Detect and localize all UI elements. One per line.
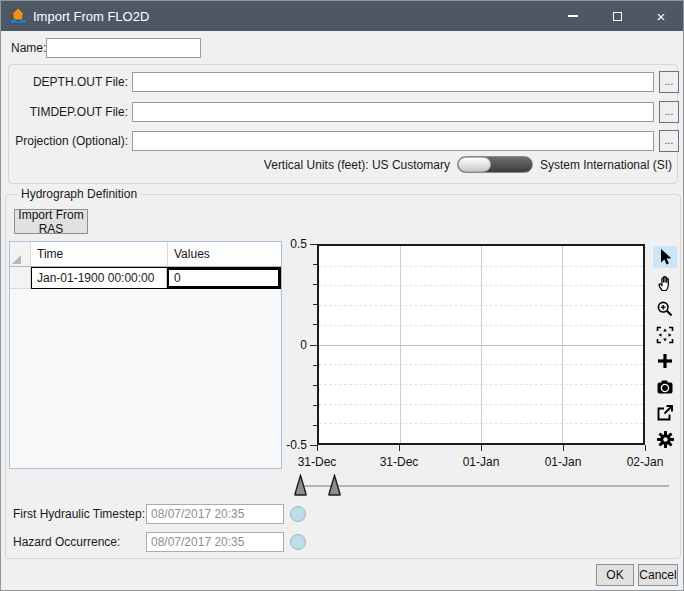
hazard-occurrence-input[interactable] [146, 532, 284, 552]
y-axis-tick [310, 345, 317, 346]
x-axis-tick [481, 445, 482, 451]
select-all-icon [12, 255, 21, 264]
export-tool-button[interactable] [653, 402, 677, 424]
snapshot-tool-button[interactable] [653, 376, 677, 398]
pan-hand-icon [656, 274, 674, 292]
y-axis-label: 0.5 [277, 237, 307, 251]
y-axis-tick [313, 264, 317, 265]
x-axis-tick [399, 445, 400, 451]
x-axis-label: 01-Jan [463, 455, 500, 469]
vertical-units-row: Vertical Units (feet): US Customary Syst… [264, 156, 672, 173]
projection-label: Projection (Optional): [8, 131, 128, 151]
app-icon [9, 7, 27, 25]
units-right-option: System International (SI) [540, 158, 672, 172]
vertical-units-label: Vertical Units (feet): US Customary [264, 158, 450, 172]
projection-browse-button[interactable]: ... [659, 130, 679, 152]
maximize-icon [613, 12, 622, 21]
units-left-option: US Customary [372, 158, 450, 172]
y-axis-tick [313, 405, 317, 406]
hazard-picker-button[interactable] [290, 534, 306, 550]
first-hydraulic-timestep-input[interactable] [146, 504, 284, 524]
window-title: Import From FLO2D [33, 9, 149, 24]
row-header[interactable] [10, 267, 31, 289]
titlebar[interactable]: Import From FLO2D × [1, 1, 683, 31]
slider-handle-right[interactable] [327, 474, 342, 496]
table-row[interactable]: Jan-01-1900 00:00:00 0 [10, 267, 281, 289]
first-timestep-picker-button[interactable] [290, 506, 306, 522]
timdep-file-input[interactable] [132, 102, 654, 122]
minimize-icon [568, 15, 578, 17]
y-axis-tick [313, 304, 317, 305]
first-hydraulic-timestep-label: First Hydraulic Timestep: [13, 504, 145, 524]
gear-icon [656, 430, 675, 449]
x-axis-label: 31-Dec [380, 455, 419, 469]
slider-handle-left[interactable] [293, 474, 308, 496]
y-axis-tick [313, 365, 317, 366]
y-axis-tick [313, 324, 317, 325]
depth-browse-button[interactable]: ... [659, 71, 679, 93]
name-label: Name: [11, 38, 46, 58]
y-axis-label: 0 [277, 338, 307, 352]
v-gridline [481, 246, 482, 443]
ok-button[interactable]: OK [596, 564, 634, 586]
x-axis-tick [645, 445, 646, 451]
maximize-button[interactable] [595, 1, 639, 31]
cursor-icon [656, 248, 674, 266]
hydrograph-chart[interactable] [317, 244, 645, 445]
import-from-ras-button[interactable]: Import From RAS [14, 209, 88, 234]
hydrograph-group-label: Hydrograph Definition [17, 188, 141, 200]
select-all-cell[interactable] [10, 242, 31, 266]
hydrograph-table[interactable]: Time Values Jan-01-1900 00:00:00 0 [9, 241, 282, 469]
column-header-time[interactable]: Time [31, 242, 168, 266]
zoom-in-icon [656, 300, 674, 318]
timdep-file-label: TIMDEP.OUT File: [8, 102, 128, 122]
x-axis-tick [563, 445, 564, 451]
camera-icon [656, 378, 674, 396]
depth-file-input[interactable] [132, 72, 654, 92]
hazard-occurrence-label: Hazard Occurrence: [13, 532, 120, 552]
timdep-browse-button[interactable]: ... [659, 101, 679, 123]
y-axis-tick [310, 244, 317, 245]
y-axis-tick [313, 385, 317, 386]
column-header-values[interactable]: Values [168, 242, 281, 266]
import-from-flo2d-dialog: Import From FLO2D × Name: DEPTH.OUT File… [0, 0, 684, 591]
v-gridline [400, 246, 401, 443]
x-axis-tick [317, 445, 318, 451]
cursor-tool-button[interactable] [653, 246, 677, 268]
plus-icon [656, 352, 674, 370]
minimize-button[interactable] [551, 1, 595, 31]
settings-tool-button[interactable] [653, 428, 677, 450]
table-header: Time Values [10, 242, 281, 267]
add-point-tool-button[interactable] [653, 350, 677, 372]
time-slider-track[interactable] [298, 485, 669, 487]
y-axis-tick [313, 284, 317, 285]
fit-extents-tool-button[interactable] [653, 324, 677, 346]
values-cell[interactable]: 0 [167, 268, 280, 288]
y-axis-tick [310, 445, 317, 446]
y-axis-label: -0.5 [277, 438, 307, 452]
time-cell[interactable]: Jan-01-1900 00:00:00 [32, 268, 167, 288]
projection-input[interactable] [132, 131, 654, 151]
name-input[interactable] [46, 38, 201, 58]
v-gridline [562, 246, 563, 443]
units-toggle[interactable] [457, 156, 533, 173]
fit-extents-icon [656, 326, 674, 344]
y-axis-tick [313, 425, 317, 426]
units-toggle-knob [458, 157, 491, 172]
x-axis-label: 02-Jan [627, 455, 664, 469]
x-axis-label: 31-Dec [298, 455, 337, 469]
chart-toolbar [653, 246, 679, 450]
depth-file-label: DEPTH.OUT File: [8, 72, 128, 92]
close-button[interactable]: × [639, 1, 683, 31]
cancel-button[interactable]: Cancel [638, 564, 678, 586]
pan-tool-button[interactable] [653, 272, 677, 294]
export-icon [656, 404, 674, 422]
zoom-in-tool-button[interactable] [653, 298, 677, 320]
x-axis-label: 01-Jan [545, 455, 582, 469]
